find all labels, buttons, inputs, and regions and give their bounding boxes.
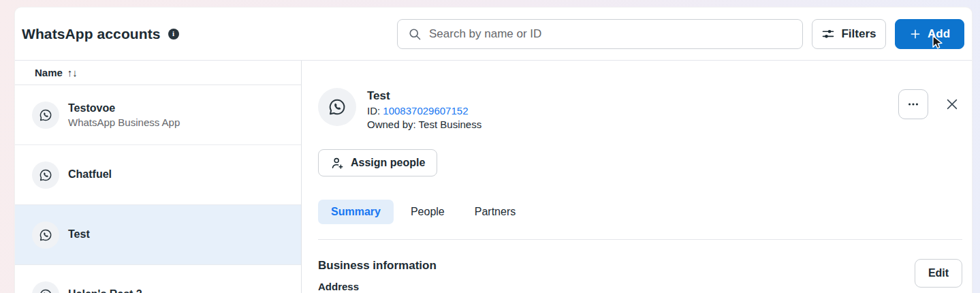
list-item-testovoe[interactable]: Testovoe WhatsApp Business App bbox=[15, 85, 301, 145]
section-title: Business information bbox=[318, 259, 437, 273]
tab-partners[interactable]: Partners bbox=[462, 200, 528, 224]
plus-icon bbox=[909, 28, 921, 40]
close-icon bbox=[945, 97, 960, 112]
close-button[interactable] bbox=[942, 94, 962, 114]
add-button[interactable]: Add bbox=[895, 19, 964, 49]
detail-info: Test ID: 100837029607152 Owned by: Test … bbox=[367, 88, 481, 130]
address-label: Address bbox=[318, 281, 437, 292]
whatsapp-icon bbox=[32, 161, 59, 189]
add-label: Add bbox=[928, 27, 950, 41]
assign-people-label: Assign people bbox=[351, 157, 425, 169]
sort-icon[interactable]: ↑↓ bbox=[67, 67, 78, 78]
tab-summary[interactable]: Summary bbox=[318, 200, 394, 224]
whatsapp-icon bbox=[32, 221, 59, 249]
list-item-text: Testovoe WhatsApp Business App bbox=[68, 102, 180, 129]
detail-actions bbox=[898, 88, 962, 119]
filters-icon bbox=[821, 27, 835, 41]
filters-button[interactable]: Filters bbox=[812, 19, 886, 49]
detail-tabs: Summary People Partners bbox=[318, 200, 962, 224]
list-item-text: Chatfuel bbox=[68, 168, 112, 182]
id-label: ID: bbox=[367, 105, 380, 117]
search-input[interactable] bbox=[429, 27, 792, 41]
header-bar: WhatsApp accounts i Filters Add bbox=[15, 7, 972, 61]
whatsapp-icon bbox=[32, 281, 59, 293]
title-wrap: WhatsApp accounts i bbox=[22, 26, 179, 42]
tab-people[interactable]: People bbox=[398, 200, 458, 224]
filters-label: Filters bbox=[841, 27, 876, 41]
whatsapp-accounts-panel: WhatsApp accounts i Filters Add bbox=[14, 7, 973, 293]
person-add-icon bbox=[330, 156, 345, 170]
list-item-helens-rest-2[interactable]: Helen's Rest 2 bbox=[15, 265, 301, 293]
account-name: Chatfuel bbox=[68, 168, 112, 182]
ellipsis-icon bbox=[906, 97, 920, 111]
detail-account-name: Test bbox=[367, 89, 481, 103]
section-divider bbox=[318, 239, 962, 240]
info-icon[interactable]: i bbox=[168, 29, 179, 40]
list-header[interactable]: Name ↑↓ bbox=[15, 61, 301, 85]
owned-by: Owned by: Test Business bbox=[367, 119, 481, 130]
assign-people-button[interactable]: Assign people bbox=[318, 149, 437, 176]
account-detail-panel: Test ID: 100837029607152 Owned by: Test … bbox=[302, 61, 972, 293]
content-area: Name ↑↓ Testovoe WhatsApp Business App C… bbox=[15, 61, 972, 293]
more-options-button[interactable] bbox=[898, 89, 928, 119]
name-column-header: Name bbox=[35, 67, 63, 78]
account-name: Test bbox=[68, 228, 90, 242]
whatsapp-icon bbox=[32, 102, 59, 129]
search-box[interactable] bbox=[397, 19, 803, 49]
search-icon bbox=[408, 27, 422, 41]
list-item-chatfuel[interactable]: Chatfuel bbox=[15, 145, 301, 205]
detail-account-id: ID: 100837029607152 bbox=[367, 105, 481, 117]
accounts-list: Name ↑↓ Testovoe WhatsApp Business App C… bbox=[15, 61, 302, 293]
list-item-text: Test bbox=[68, 228, 90, 242]
whatsapp-avatar-icon bbox=[318, 88, 356, 126]
id-value-link[interactable]: 100837029607152 bbox=[383, 105, 468, 117]
list-item-test[interactable]: Test bbox=[15, 205, 301, 265]
account-name: Testovoe bbox=[68, 102, 180, 116]
edit-button[interactable]: Edit bbox=[915, 259, 962, 288]
page-title: WhatsApp accounts bbox=[22, 26, 161, 42]
account-subtitle: WhatsApp Business App bbox=[68, 117, 180, 128]
account-name: Helen's Rest 2 bbox=[68, 288, 142, 293]
business-information-section: Business information Address Edit bbox=[318, 259, 962, 292]
section-text: Business information Address bbox=[318, 259, 437, 292]
detail-header: Test ID: 100837029607152 Owned by: Test … bbox=[318, 88, 962, 130]
list-item-text: Helen's Rest 2 bbox=[68, 288, 142, 293]
